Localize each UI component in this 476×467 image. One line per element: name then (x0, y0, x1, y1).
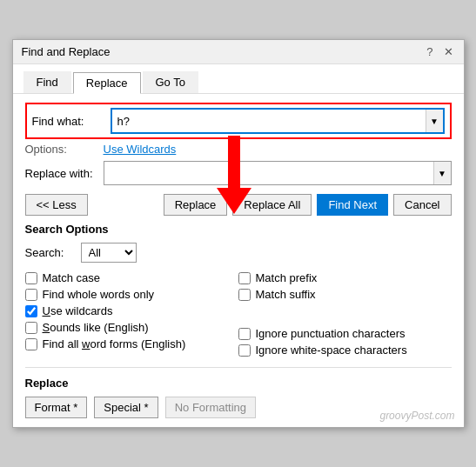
ignore-punct-label[interactable]: Ignore punctuation characters (256, 327, 406, 340)
match-suffix-checkbox[interactable] (238, 289, 251, 301)
right-checkboxes: Match prefix Match suffix Ignore punctua… (238, 270, 452, 358)
title-icons: ? ✕ (425, 45, 454, 58)
title-bar: Find and Replace ? ✕ (13, 40, 464, 64)
replace-section-title: Replace (25, 377, 452, 390)
find-label: Find what: (32, 115, 111, 128)
find-dropdown-btn[interactable]: ▼ (426, 110, 443, 132)
options-grid: Match case Find whole words only Use wil… (25, 270, 452, 358)
replace-dropdown-btn[interactable]: ▼ (433, 162, 451, 184)
sounds-like-label[interactable]: Sounds like (English) (43, 321, 149, 334)
whole-words-label[interactable]: Find whole words only (43, 288, 155, 301)
no-formatting-button[interactable]: No Formatting (165, 397, 256, 418)
match-prefix-row: Match prefix (238, 270, 452, 286)
sounds-like-checkbox[interactable] (25, 322, 37, 334)
tab-replace[interactable]: Replace (73, 72, 141, 94)
match-case-checkbox[interactable] (25, 272, 37, 284)
find-input-wrap: ▼ (111, 108, 445, 134)
match-suffix-label[interactable]: Match suffix (256, 288, 316, 301)
wildcards-row: Use wildcards (25, 303, 238, 319)
watermark: groovyPost.com (379, 410, 454, 422)
word-forms-checkbox[interactable] (25, 338, 37, 350)
format-button[interactable]: Format * (25, 397, 88, 418)
replace-all-button[interactable]: Replace All (232, 194, 312, 216)
replace-button[interactable]: Replace (164, 194, 228, 216)
word-forms-label[interactable]: Find all word forms (English) (43, 337, 186, 350)
word-forms-row: Find all word forms (English) (25, 336, 238, 352)
find-replace-dialog: Find and Replace ? ✕ Find Replace Go To … (12, 39, 465, 428)
match-suffix-row: Match suffix (238, 286, 452, 303)
options-label: Options: (25, 143, 104, 156)
ignore-punct-checkbox[interactable] (238, 328, 251, 340)
wildcards-checkbox[interactable] (25, 305, 37, 317)
whole-words-checkbox[interactable] (25, 289, 37, 301)
ignore-punct-row: Ignore punctuation characters (238, 325, 452, 342)
find-what-highlighted: Find what: ▼ (25, 103, 452, 139)
match-case-row: Match case (25, 270, 238, 286)
close-button[interactable]: ✕ (442, 45, 455, 58)
match-prefix-checkbox[interactable] (238, 272, 251, 284)
divider (25, 367, 452, 368)
match-prefix-label[interactable]: Match prefix (256, 271, 318, 284)
find-input[interactable] (112, 110, 426, 132)
replace-input[interactable] (104, 162, 433, 184)
left-checkboxes: Match case Find whole words only Use wil… (25, 270, 238, 358)
dialog-title: Find and Replace (22, 45, 111, 58)
less-button[interactable]: << Less (25, 194, 88, 216)
search-options-title: Search Options (25, 223, 452, 236)
dialog-content: Find what: ▼ Options: Use Wildcards Repl… (13, 94, 464, 427)
match-case-label[interactable]: Match case (43, 271, 100, 284)
whole-words-row: Find whole words only (25, 286, 238, 303)
sounds-like-row: Sounds like (English) (25, 319, 238, 336)
search-label: Search: (25, 246, 74, 259)
replace-label: Replace with: (25, 167, 104, 180)
tabs: Find Replace Go To (13, 64, 464, 94)
wildcards-label[interactable]: Use wildcards (43, 304, 113, 317)
ignore-ws-row: Ignore white-space characters (238, 342, 452, 358)
cancel-button[interactable]: Cancel (393, 194, 451, 216)
search-select[interactable]: All Up Down (81, 243, 137, 263)
ignore-ws-checkbox[interactable] (238, 344, 251, 357)
search-row: Search: All Up Down (25, 243, 452, 263)
tab-goto[interactable]: Go To (143, 71, 198, 93)
replace-input-wrap: ▼ (104, 161, 452, 185)
replace-with-row: Replace with: ▼ (25, 161, 452, 185)
tab-find[interactable]: Find (23, 71, 71, 93)
buttons-row: << Less Replace Replace All Find Next Ca… (25, 194, 452, 216)
options-row: Options: Use Wildcards (25, 143, 452, 156)
find-next-button[interactable]: Find Next (317, 194, 388, 216)
help-button[interactable]: ? (425, 45, 434, 58)
special-button[interactable]: Special * (94, 397, 158, 418)
use-wildcards-link[interactable]: Use Wildcards (104, 143, 177, 156)
ignore-ws-label[interactable]: Ignore white-space characters (256, 344, 407, 357)
